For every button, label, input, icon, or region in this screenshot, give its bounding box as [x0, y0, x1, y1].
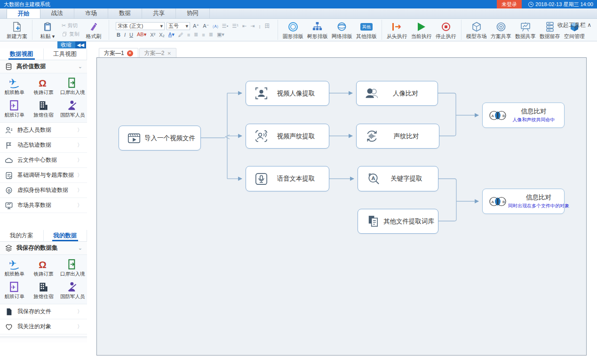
- search-a-icon: [363, 171, 383, 187]
- subscript-button[interactable]: X₂: [158, 32, 166, 38]
- sidebar-item-virtual-identity[interactable]: 虚拟身份和轨迹数据〉: [0, 183, 87, 198]
- align-right-icon[interactable]: ≡: [201, 32, 206, 38]
- bold-button[interactable]: B: [116, 32, 121, 38]
- sidebar-item-survey-library[interactable]: 基础调研与专题库数据〉: [0, 168, 87, 183]
- new-plan-button[interactable]: 新建方案: [5, 20, 29, 40]
- font-name-select[interactable]: 宋体 (正文)▾: [116, 22, 165, 30]
- sidebar-item-my-followed-objects[interactable]: 我关注的对象〉: [0, 319, 87, 334]
- close-tab-icon[interactable]: ✕: [167, 51, 171, 56]
- dataset-military-personnel[interactable]: 国防军人员: [58, 279, 87, 302]
- stop-run-button[interactable]: 停止执行: [434, 20, 458, 40]
- dataset-hotel-stay[interactable]: 旅馆住宿: [29, 279, 58, 302]
- sidebar-item-cloud-file-center[interactable]: 云文件中心数据〉: [0, 153, 87, 168]
- model-market-button[interactable]: 模型市场: [464, 20, 489, 40]
- section-high-value-data[interactable]: 高价值数据 ⌄: [0, 60, 87, 73]
- flow-node-voiceprint-extract[interactable]: 视频声纹提取: [246, 124, 329, 149]
- ribbon-toolbar: 新建方案 粘贴 ▾ ✂剪切 复制 格式刷 宋体 (正文)▾ 五号▾ A: [0, 19, 597, 41]
- tab-data-view[interactable]: 数据视图: [0, 48, 44, 60]
- align-center-icon[interactable]: ≣: [193, 32, 199, 38]
- menu-tab-tactics[interactable]: 战法: [40, 8, 74, 18]
- italic-button[interactable]: I: [123, 32, 127, 38]
- network-layout-button[interactable]: 网络排版: [330, 20, 354, 40]
- flow-node-info-compare-2[interactable]: A B 信息比对 同时出现在多个文件中的对象: [482, 189, 565, 214]
- underline-button[interactable]: U: [128, 32, 134, 38]
- grow-font-button[interactable]: A⁺: [192, 23, 200, 29]
- other-layout-button[interactable]: 其他 其他排版: [354, 20, 379, 40]
- plan-share-button[interactable]: 方案共享: [489, 20, 513, 40]
- menu-tab-collab[interactable]: 协同: [176, 8, 210, 18]
- file-icon: [5, 308, 13, 316]
- collapse-toolbar-button[interactable]: 收起工具栏 ∧: [557, 21, 591, 29]
- flow-canvas[interactable]: 导入一个视频文件 视频人像提取 视频声纹提取 语音文本提取 人像比对: [96, 57, 587, 356]
- menu-tab-market[interactable]: 市场: [74, 8, 108, 18]
- line-spacing-icon[interactable]: ↕: [257, 24, 262, 29]
- canvas-tab-plan-1[interactable]: 方案—1 ✕: [99, 48, 138, 58]
- shrink-font-button[interactable]: A⁻: [202, 23, 210, 29]
- flow-node-import-video[interactable]: 导入一个视频文件: [119, 126, 201, 150]
- indent-icon[interactable]: ⇥: [249, 23, 255, 29]
- flow-node-other-files-lexicon[interactable]: 其他文件提取词库: [358, 209, 438, 234]
- dataset-flight-manifest[interactable]: 航班舱单: [0, 257, 29, 279]
- font-color-button[interactable]: A▾: [167, 32, 175, 38]
- copy-button[interactable]: 复制: [60, 31, 81, 38]
- flow-node-info-compare-1[interactable]: A B 信息比对 人像和声纹共同命中: [482, 103, 565, 128]
- justify-icon[interactable]: ≣: [208, 32, 214, 38]
- highlight-button[interactable]: 🖉: [177, 32, 184, 38]
- ribbon-group-exec: ➜ 从头执行 当前执行 停止执行: [382, 20, 462, 40]
- canvas-tab-plan-2[interactable]: 方案—2 ✕: [139, 48, 176, 58]
- dataset-flight-order[interactable]: 航班订单: [0, 98, 29, 120]
- table-icon[interactable]: 田: [264, 23, 271, 30]
- run-current-button[interactable]: 当前执行: [409, 20, 434, 40]
- tree-layout-button[interactable]: 树形排版: [305, 20, 330, 40]
- shading-icon[interactable]: ▣▾: [216, 32, 225, 38]
- dataset-rail-ticket[interactable]: 铁路订票: [29, 257, 58, 279]
- bullet-list-icon[interactable]: ☰•: [221, 23, 230, 29]
- outdent-icon[interactable]: ⇤: [241, 23, 247, 29]
- format-brush-icon: [88, 21, 99, 33]
- circle-layout-button[interactable]: 圆形排版: [281, 20, 305, 40]
- flow-node-keyword-extract[interactable]: 关键字提取: [358, 166, 438, 191]
- tab-my-data[interactable]: 我的数据: [44, 230, 88, 241]
- data-share-button[interactable]: 数据共享: [513, 20, 538, 40]
- sidebar-item-dynamic-trajectory[interactable]: 动态轨迹数据〉: [0, 138, 87, 153]
- flow-node-face-extract[interactable]: 视频人像提取: [246, 81, 329, 106]
- menu-tab-data[interactable]: 数据: [108, 8, 142, 18]
- login-status-badge[interactable]: 未登录: [497, 0, 522, 8]
- sidebar-collapse-button[interactable]: 收缩 ◀◀: [57, 41, 86, 48]
- dataset-flight-order[interactable]: 航班订单: [0, 279, 29, 302]
- close-tab-icon[interactable]: ✕: [127, 50, 133, 56]
- sidebar-item-market-shared-data[interactable]: 市场共享数据〉: [0, 198, 87, 213]
- dataset-rail-ticket[interactable]: 铁路订票: [29, 75, 58, 98]
- align-left-icon[interactable]: ≡: [186, 32, 191, 38]
- chevron-right-icon: 〉: [77, 308, 82, 315]
- flow-node-face-compare[interactable]: 人像比对: [356, 81, 438, 106]
- font-size-select[interactable]: 五号▾: [167, 22, 190, 30]
- tab-tool-view[interactable]: 工具视图: [44, 48, 88, 60]
- menu-tab-share[interactable]: 共享: [142, 8, 176, 18]
- dataset-flight-manifest[interactable]: 航班舱单: [0, 75, 29, 98]
- flow-node-speech-to-text[interactable]: 语音文本提取: [246, 166, 329, 191]
- dataset-military-personnel[interactable]: 国防军人员: [58, 98, 87, 120]
- superscript-button[interactable]: X²: [149, 32, 156, 38]
- menu-tab-start[interactable]: 开始: [7, 8, 40, 18]
- play-icon: [418, 21, 425, 33]
- dataset-border-entry[interactable]: 口岸出入境: [58, 257, 87, 279]
- dataset-border-entry[interactable]: 口岸出入境: [58, 75, 87, 98]
- format-painter-button[interactable]: 格式刷: [81, 20, 106, 40]
- clear-format-icon[interactable]: 🄐: [212, 23, 219, 29]
- ribbon-group-font: 宋体 (正文)▾ 五号▾ A⁺ A⁻ 🄐 ☰• ☰¹ ⇤ ⇥ ↕ 田 B I U: [109, 20, 278, 40]
- strikethrough-button[interactable]: AB▾: [136, 32, 147, 38]
- tab-my-plans[interactable]: 我的方案: [0, 230, 44, 241]
- dataset-hotel-stay[interactable]: 旅馆住宿: [29, 98, 58, 120]
- cut-button[interactable]: ✂剪切: [60, 22, 81, 29]
- flag-icon: [5, 141, 13, 150]
- chevron-right-icon: 〉: [77, 187, 82, 194]
- sidebar-item-static-personnel[interactable]: 静态人员数据〉: [0, 123, 87, 138]
- sidebar-item-my-saved-files[interactable]: 我保存的文件〉: [0, 304, 87, 319]
- flow-node-voiceprint-compare[interactable]: 声纹比对: [356, 124, 439, 149]
- paste-button[interactable]: 粘贴 ▾: [35, 20, 60, 40]
- railway-icon: [37, 258, 49, 270]
- run-from-start-button[interactable]: ➜ 从头执行: [385, 20, 409, 40]
- section-saved-datasets[interactable]: 我保存的数据集 ⌄: [0, 242, 87, 255]
- numbered-list-icon[interactable]: ☰¹: [231, 23, 239, 29]
